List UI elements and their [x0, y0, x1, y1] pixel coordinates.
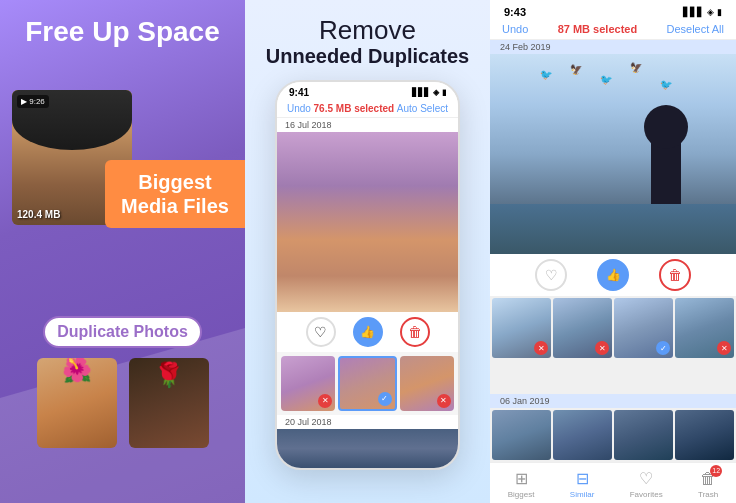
p3-wifi-icon: ◈	[707, 7, 714, 17]
p3-thumb-4[interactable]: ✕	[675, 298, 734, 358]
bottom-photo	[277, 429, 458, 468]
thumbnails-row: ✕ ✓ ✕	[277, 352, 458, 415]
panel2-subtitle: Unneeded Duplicates	[266, 45, 469, 68]
p3-badge-2: ✕	[595, 341, 609, 355]
date-header-1: 16 Jul 2018	[277, 118, 458, 132]
file-size-badge: 120.4 MB	[17, 209, 60, 220]
flower-icon: 🌺	[62, 358, 92, 382]
p3-bottom-thumb-4[interactable]	[675, 410, 734, 460]
p3-bottom-thumb-3[interactable]	[614, 410, 673, 460]
battery-icon: ▮	[442, 88, 446, 97]
biggest-nav-icon: ⊞	[515, 469, 528, 488]
thumb-badge-1: ✕	[318, 394, 332, 408]
main-photo-area	[277, 132, 458, 312]
duplicate-photos-label: Duplicate Photos	[10, 316, 235, 348]
p3-delete-button[interactable]: 🗑	[659, 259, 691, 291]
dup-photo-2: 🌹	[129, 358, 209, 448]
panel3-bottom-nav: ⊞ Biggest ⊟ Similar ♡ Favorites 🗑 12 Tra…	[490, 462, 736, 503]
trash-count-badge: 12	[710, 465, 722, 477]
delete-button[interactable]: 🗑	[400, 317, 430, 347]
thumb-badge-3: ✕	[437, 394, 451, 408]
p3-deselect-button[interactable]: Deselect All	[667, 23, 724, 35]
phone-mockup: 9:41 ▋▋▋ ◈ ▮ Undo 76.5 MB selected Auto …	[275, 80, 460, 470]
panel-similar-photos: 9:43 ▋▋▋ ◈ ▮ Undo 87 MB selected Deselec…	[490, 0, 736, 503]
p3-badge-1: ✕	[534, 341, 548, 355]
bird-icon-5: 🐦	[660, 79, 672, 90]
thumb-2[interactable]: ✓	[338, 356, 396, 411]
phone-status-icons: ▋▋▋ ◈ ▮	[412, 88, 446, 97]
water-scene	[490, 204, 736, 254]
p3-thumb-1[interactable]: ✕	[492, 298, 551, 358]
undo-button[interactable]: Undo	[287, 103, 311, 114]
nav-trash-label: Trash	[698, 490, 718, 499]
panel3-bottom-row	[490, 408, 736, 462]
bird-icon-3: 🐦	[600, 74, 612, 85]
panel3-toolbar: Undo 87 MB selected Deselect All	[490, 21, 736, 40]
p3-status-icons: ▋▋▋ ◈ ▮	[683, 7, 722, 17]
nav-trash[interactable]: 🗑 12 Trash	[698, 470, 718, 499]
selected-label: 76.5 MB selected	[314, 103, 395, 114]
thumb-3[interactable]: ✕	[400, 356, 454, 411]
p3-badge-4: ✕	[717, 341, 731, 355]
signal-icon: ▋▋▋	[412, 88, 430, 97]
phone-toolbar: Undo 76.5 MB selected Auto Select	[277, 100, 458, 118]
bird-icon-2: 🦅	[570, 64, 582, 75]
p3-thumbs-up-button[interactable]: 👍	[597, 259, 629, 291]
flower-icon-2: 🌹	[154, 363, 184, 387]
p3-thumb-3[interactable]: ✓	[614, 298, 673, 358]
p3-undo-button[interactable]: Undo	[502, 23, 528, 35]
panel3-status-bar: 9:43 ▋▋▋ ◈ ▮	[490, 0, 736, 21]
nav-favorites-label: Favorites	[630, 490, 663, 499]
heart-button[interactable]: ♡	[306, 317, 336, 347]
nav-favorites[interactable]: ♡ Favorites	[630, 469, 663, 499]
p3-time: 9:43	[504, 6, 526, 18]
bird-icon-4: 🦅	[630, 62, 642, 73]
phone-status-bar: 9:41 ▋▋▋ ◈ ▮	[277, 82, 458, 100]
nav-similar-label: Similar	[570, 490, 594, 499]
panel3-thumbs-grid: ✕ ✕ ✓ ✕	[490, 296, 736, 394]
date-header-2: 20 Jul 2018	[277, 415, 458, 429]
p3-heart-button[interactable]: ♡	[535, 259, 567, 291]
similar-nav-icon: ⊟	[576, 469, 589, 488]
bird-icon-1: 🐦	[540, 69, 552, 80]
thumb-1[interactable]: ✕	[281, 356, 335, 411]
dup-photo-1: 🌺	[37, 358, 117, 448]
thumb-badge-2: ✓	[378, 392, 392, 406]
thumbs-up-button[interactable]: 👍	[353, 317, 383, 347]
panel3-date-2: 06 Jan 2019	[490, 394, 736, 408]
duplicate-photos-row: 🌺 🌹	[20, 358, 225, 448]
nav-similar[interactable]: ⊟ Similar	[570, 469, 594, 499]
auto-select-button[interactable]: Auto Select	[397, 103, 448, 114]
p3-bottom-thumb-2[interactable]	[553, 410, 612, 460]
biggest-media-label: Biggest Media Files	[105, 160, 245, 228]
panel-free-up-space: Free Up Space ▶ 9:26 120.4 MB Biggest Me…	[0, 0, 245, 503]
panel1-title: Free Up Space	[0, 0, 245, 58]
trash-badge-container: 🗑 12	[700, 470, 716, 488]
panel3-date-1: 24 Feb 2019	[490, 40, 736, 54]
phone-time: 9:41	[289, 87, 309, 98]
nav-biggest-label: Biggest	[508, 490, 535, 499]
wifi-icon: ◈	[433, 88, 439, 97]
nav-biggest[interactable]: ⊞ Biggest	[508, 469, 535, 499]
p3-signal-icon: ▋▋▋	[683, 7, 704, 17]
p3-battery-icon: ▮	[717, 7, 722, 17]
panel3-main-photo: 🐦 🦅 🐦 🦅 🐦	[490, 54, 736, 254]
favorites-nav-icon: ♡	[639, 469, 653, 488]
p3-bottom-thumb-1[interactable]	[492, 410, 551, 460]
panel-remove-duplicates: Remove Unneeded Duplicates 9:41 ▋▋▋ ◈ ▮ …	[245, 0, 490, 503]
panel3-action-row: ♡ 👍 🗑	[490, 254, 736, 296]
p3-badge-3: ✓	[656, 341, 670, 355]
panel2-title-line1: Remove	[319, 16, 416, 45]
p3-thumb-2[interactable]: ✕	[553, 298, 612, 358]
video-badge: ▶ 9:26	[17, 95, 49, 108]
action-bar: ♡ 👍 🗑	[277, 312, 458, 352]
p3-selected-label: 87 MB selected	[558, 23, 637, 35]
